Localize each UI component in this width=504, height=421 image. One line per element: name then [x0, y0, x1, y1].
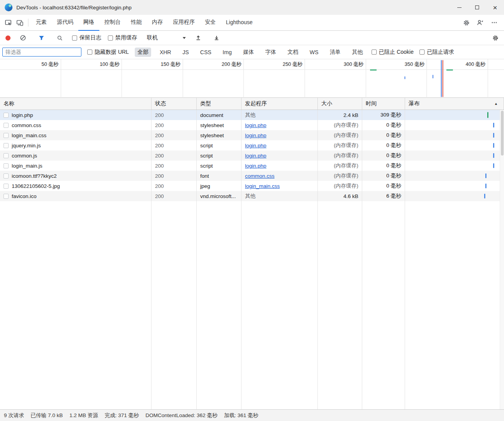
- column-header[interactable]: 名称: [0, 98, 152, 110]
- column-header[interactable]: 时间: [362, 98, 405, 110]
- column-header[interactable]: 发起程序: [241, 98, 318, 110]
- search-button[interactable]: [54, 32, 65, 44]
- devtools-tab-label: 内存: [152, 19, 163, 26]
- filter-input[interactable]: [2, 48, 81, 57]
- network-table-row[interactable]: common.css 200 stylesheet login.php (内存缓…: [0, 120, 504, 130]
- network-table-row[interactable]: favicon.ico 200 vnd.microsoft... 其他 4.6 …: [0, 191, 504, 201]
- inspect-element-button[interactable]: [2, 17, 14, 28]
- filter-pill[interactable]: 其他: [349, 48, 366, 57]
- devtools-tab[interactable]: 安全: [200, 15, 221, 31]
- name-cell: login_main.css: [0, 130, 152, 140]
- blocked-cookies-option[interactable]: 已阻止 Cookie: [372, 49, 414, 56]
- filter-pill[interactable]: 清单: [327, 48, 344, 57]
- type-value: vnd.microsoft...: [200, 193, 236, 199]
- disable-cache-checkbox[interactable]: [108, 35, 113, 41]
- initiator-value[interactable]: login.php: [245, 133, 266, 138]
- time-cell: 309 毫秒: [362, 110, 405, 120]
- initiator-value[interactable]: 其他: [245, 111, 256, 119]
- initiator-value[interactable]: login_main.css: [245, 183, 280, 189]
- clear-network-log-button[interactable]: [17, 32, 29, 44]
- blocked-requests-checkbox[interactable]: [419, 50, 425, 55]
- devtools-tab[interactable]: 元素: [31, 15, 52, 31]
- network-table-row[interactable]: icomoon.ttf?7kkyc2 200 font common.css (…: [0, 171, 504, 181]
- filter-pill[interactable]: 文档: [285, 48, 301, 57]
- filter-pill[interactable]: CSS: [197, 48, 214, 57]
- status-item: 加载: 361 毫秒: [224, 412, 258, 419]
- filter-pill[interactable]: 媒体: [240, 48, 257, 57]
- timeline-mark-load-line: [442, 60, 443, 97]
- maximize-button[interactable]: [468, 0, 486, 15]
- maximize-icon: [475, 5, 479, 9]
- file-icon: [4, 133, 9, 138]
- filter-pill[interactable]: Img: [220, 48, 234, 57]
- export-har-button[interactable]: [211, 32, 222, 44]
- throttling-select[interactable]: 联机: [147, 34, 186, 41]
- initiator-cell: login.php: [241, 130, 318, 140]
- column-header-label: 状态: [155, 100, 166, 107]
- sort-arrow-icon[interactable]: ▲: [494, 102, 498, 106]
- filter-pill[interactable]: WS: [307, 48, 321, 57]
- size-cell: (内存缓存): [318, 171, 362, 181]
- preserve-log-option[interactable]: 保留日志: [72, 34, 101, 41]
- status-cell: 200: [152, 181, 197, 191]
- devtools-tab[interactable]: Lighthouse: [221, 15, 258, 31]
- vertical-scrollbar[interactable]: [500, 110, 504, 409]
- blocked-requests-option[interactable]: 已阻止请求: [419, 49, 454, 56]
- initiator-value[interactable]: login.php: [245, 122, 266, 128]
- table-empty-area: [0, 201, 504, 409]
- feedback-button[interactable]: [474, 17, 486, 28]
- network-table-row[interactable]: common.js 200 script login.php (内存缓存) 0 …: [0, 150, 504, 161]
- close-button[interactable]: ×: [486, 0, 504, 15]
- devtools-tab[interactable]: 控制台: [99, 15, 126, 31]
- hide-data-url-option[interactable]: 隐藏数据 URL: [87, 49, 129, 56]
- devtools-tab[interactable]: 网络: [78, 15, 99, 31]
- filter-pill[interactable]: JS: [180, 48, 191, 57]
- hide-data-url-checkbox[interactable]: [87, 50, 92, 55]
- devtools-tab[interactable]: 性能: [126, 15, 147, 31]
- scrollbar-thumb[interactable]: [501, 111, 504, 156]
- minimize-button[interactable]: [450, 0, 468, 15]
- column-header-label: 瀑布: [409, 100, 419, 107]
- column-header[interactable]: 大小: [318, 98, 362, 110]
- network-table-row[interactable]: login_main.js 200 script login.php (内存缓存…: [0, 161, 504, 171]
- devtools-tab-label: 元素: [36, 19, 47, 26]
- initiator-cell: login.php: [241, 120, 318, 130]
- initiator-value[interactable]: common.css: [245, 173, 275, 179]
- more-options-button[interactable]: [488, 17, 500, 28]
- devtools-tab-label: 源代码: [57, 19, 73, 26]
- devtools-tab[interactable]: 内存: [147, 15, 168, 31]
- search-icon: [57, 35, 63, 41]
- column-header[interactable]: 瀑布: [405, 98, 504, 110]
- record-network-log-button[interactable]: [5, 35, 11, 41]
- column-header[interactable]: 类型: [197, 98, 241, 110]
- disable-cache-option[interactable]: 禁用缓存: [108, 34, 137, 41]
- devtools-tab[interactable]: 应用程序: [168, 15, 200, 31]
- network-table-row[interactable]: jquery.min.js 200 script login.php (内存缓存…: [0, 140, 504, 150]
- initiator-value[interactable]: login.php: [245, 153, 266, 159]
- devtools-tab-label: 应用程序: [173, 19, 195, 26]
- filter-pill[interactable]: 字体: [263, 48, 279, 57]
- throttling-value: 联机: [147, 34, 158, 41]
- filter-toggle-button[interactable]: [35, 32, 47, 44]
- initiator-cell: login.php: [241, 150, 318, 161]
- settings-button[interactable]: [460, 17, 472, 28]
- devtools-tab[interactable]: 源代码: [52, 15, 78, 31]
- blocked-cookies-checkbox[interactable]: [372, 50, 377, 55]
- network-table-row[interactable]: login.php 200 document 其他 2.4 kB 309 毫秒: [0, 110, 504, 120]
- column-header[interactable]: 状态: [152, 98, 197, 110]
- device-toolbar-button[interactable]: [14, 17, 26, 28]
- filter-pill[interactable]: XHR: [157, 48, 174, 57]
- waterfall-bar: [493, 163, 494, 168]
- initiator-value[interactable]: login.php: [245, 163, 266, 169]
- file-icon: [4, 143, 9, 148]
- initiator-value[interactable]: login.php: [245, 143, 266, 149]
- network-settings-button[interactable]: [492, 32, 504, 44]
- filter-pill[interactable]: 全部: [135, 48, 151, 57]
- network-table-row[interactable]: 130622105602-5.jpg 200 jpeg login_main.c…: [0, 181, 504, 191]
- initiator-value[interactable]: 其他: [245, 193, 256, 200]
- network-table-row[interactable]: login_main.css 200 stylesheet login.php …: [0, 130, 504, 140]
- clear-icon: [20, 35, 26, 41]
- preserve-log-checkbox[interactable]: [72, 35, 77, 41]
- network-overview-timeline[interactable]: 50 毫秒 100 毫秒 150 毫秒 200 毫秒 250 毫秒 300 毫秒: [0, 59, 504, 98]
- import-har-button[interactable]: [192, 32, 204, 44]
